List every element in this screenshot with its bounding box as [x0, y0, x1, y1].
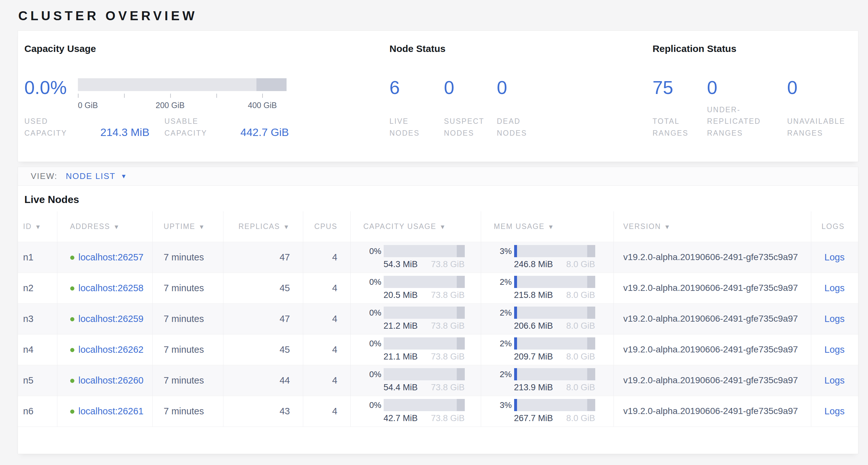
usage-bar [384, 307, 465, 319]
under-replicated-ranges-stat: 0 UNDER- REPLICATED RANGES [707, 78, 787, 139]
node-list-card: VIEW: NODE LIST ▼ Live Nodes ID▼ADDRESS▼… [18, 167, 858, 454]
suspect-nodes-value: 0 [444, 78, 497, 97]
logs-link[interactable]: Logs [825, 252, 845, 262]
cell-id: n3 [18, 303, 57, 334]
view-bar: VIEW: NODE LIST ▼ [18, 167, 858, 186]
replication-status-title: Replication Status [653, 43, 845, 55]
cell-memory: 2%215.8 MiB8.0 GiB [481, 272, 614, 303]
cell-uptime: 7 minutes [152, 396, 223, 427]
cell-logs: Logs [811, 242, 858, 272]
used-capacity-label: USED CAPACITY [24, 115, 100, 139]
cell-logs: Logs [811, 365, 858, 396]
logs-link[interactable]: Logs [825, 344, 845, 355]
usage-bar [514, 399, 595, 411]
usage-meter: 0%54.4 MiB73.8 GiB [364, 368, 481, 393]
sort-arrow-icon: ▼ [35, 224, 42, 230]
usage-bar-other-segment [587, 368, 595, 380]
table-row: n2localhost:262587 minutes4540%20.5 MiB7… [18, 272, 858, 303]
usage-bar [514, 245, 595, 257]
cell-replicas: 44 [223, 365, 303, 396]
node-address-link[interactable]: localhost:26260 [79, 375, 144, 385]
cell-address: localhost:26261 [57, 396, 152, 427]
column-header-uptime[interactable]: UPTIME▼ [152, 211, 223, 242]
column-header-label: UPTIME [164, 222, 195, 231]
capacity-usage-section: Capacity Usage 0.0% 0 GiB200 GiB400 GiB … [24, 43, 390, 162]
column-header-memory[interactable]: MEM USAGE▼ [481, 211, 614, 242]
usage-bar-other-segment [587, 337, 595, 350]
usable-capacity-stat: USABLE CAPACITY 442.7 GiB [164, 115, 305, 139]
node-address-link[interactable]: localhost:26262 [79, 344, 144, 355]
logs-link[interactable]: Logs [825, 283, 845, 293]
cell-cpus: 4 [303, 272, 350, 303]
view-selected-value: NODE LIST [66, 171, 115, 181]
view-selector-dropdown[interactable]: NODE LIST ▼ [66, 171, 127, 181]
cell-uptime: 7 minutes [152, 272, 223, 303]
usage-bar-fill [514, 368, 517, 380]
used-capacity-value: 214.3 MiB [100, 126, 149, 139]
usage-percent: 2% [494, 339, 512, 349]
cell-address: localhost:26257 [57, 242, 152, 272]
under-replicated-ranges-value: 0 [707, 78, 787, 97]
cell-cpus: 4 [303, 334, 350, 365]
usage-used-value: 54.4 MiB [384, 383, 418, 393]
cell-capacity: 0%54.4 MiB73.8 GiB [350, 365, 481, 396]
usage-used-value: 21.2 MiB [384, 321, 418, 331]
cell-replicas: 47 [223, 242, 303, 272]
node-address-link[interactable]: localhost:26261 [79, 406, 144, 416]
usage-used-value: 246.8 MiB [514, 259, 553, 269]
column-header-label: ADDRESS [70, 222, 110, 231]
page-title: CLUSTER OVERVIEW [0, 0, 868, 30]
unavailable-ranges-label: UNAVAILABLE RANGES [787, 115, 845, 139]
total-ranges-label: TOTAL RANGES [653, 115, 707, 139]
usage-meter: 2%213.9 MiB8.0 GiB [494, 368, 614, 393]
cell-address: localhost:26258 [57, 272, 152, 303]
node-address-link[interactable]: localhost:26259 [79, 314, 144, 324]
cell-id: n1 [18, 242, 57, 272]
cell-address: localhost:26259 [57, 303, 152, 334]
cell-memory: 3%267.7 MiB8.0 GiB [481, 396, 614, 427]
cell-uptime: 7 minutes [152, 303, 223, 334]
logs-link[interactable]: Logs [825, 406, 845, 416]
chevron-down-icon: ▼ [121, 173, 127, 180]
node-live-status-dot [70, 379, 74, 383]
axis-tick [262, 94, 263, 98]
logs-link[interactable]: Logs [825, 375, 845, 385]
column-header-replicas[interactable]: REPLICAS▼ [223, 211, 303, 242]
usage-meter: 3%246.8 MiB8.0 GiB [494, 245, 614, 269]
column-header-version[interactable]: VERSION▼ [614, 211, 811, 242]
axis-tick [216, 94, 217, 98]
node-address-link[interactable]: localhost:26257 [79, 252, 144, 262]
dead-nodes-label: DEAD NODES [497, 115, 527, 139]
table-header-row: ID▼ADDRESS▼UPTIME▼REPLICAS▼CPUSCAPACITY … [18, 211, 858, 242]
node-live-status-dot [70, 409, 74, 414]
logs-link[interactable]: Logs [825, 314, 845, 324]
usage-used-value: 54.3 MiB [384, 259, 418, 269]
usage-bar-fill [514, 276, 517, 288]
usage-total-value: 8.0 GiB [566, 321, 595, 331]
usage-bar [384, 276, 465, 288]
node-address-link[interactable]: localhost:26258 [79, 283, 144, 293]
usage-used-value: 21.1 MiB [384, 352, 418, 362]
cell-cpus: 4 [303, 365, 350, 396]
node-live-status-dot [70, 317, 74, 321]
usage-meter: 0%42.7 MiB73.8 GiB [364, 399, 481, 423]
column-header-label: LOGS [822, 222, 845, 231]
cell-replicas: 43 [223, 396, 303, 427]
total-ranges-stat: 75 TOTAL RANGES [653, 78, 707, 139]
unavailable-ranges-value: 0 [787, 78, 845, 97]
column-header-id[interactable]: ID▼ [18, 211, 57, 242]
usage-used-value: 213.9 MiB [514, 383, 553, 393]
sort-arrow-icon: ▼ [114, 224, 120, 230]
cell-capacity: 0%42.7 MiB73.8 GiB [350, 396, 481, 427]
axis-tick-label: 400 GiB [248, 101, 277, 110]
cell-address: localhost:26260 [57, 365, 152, 396]
column-header-capacity[interactable]: CAPACITY USAGE▼ [350, 211, 481, 242]
column-header-label: MEM USAGE [494, 222, 545, 231]
usage-bar [514, 276, 595, 288]
table-row: n4localhost:262627 minutes4540%21.1 MiB7… [18, 334, 858, 365]
axis-tick-label: 0 GiB [78, 101, 98, 110]
column-header-address[interactable]: ADDRESS▼ [57, 211, 152, 242]
usage-bar-other-segment [457, 337, 464, 350]
usage-total-value: 8.0 GiB [566, 259, 595, 269]
cell-version: v19.2.0-alpha.20190606-2491-gfe735c9a97 [614, 396, 811, 427]
